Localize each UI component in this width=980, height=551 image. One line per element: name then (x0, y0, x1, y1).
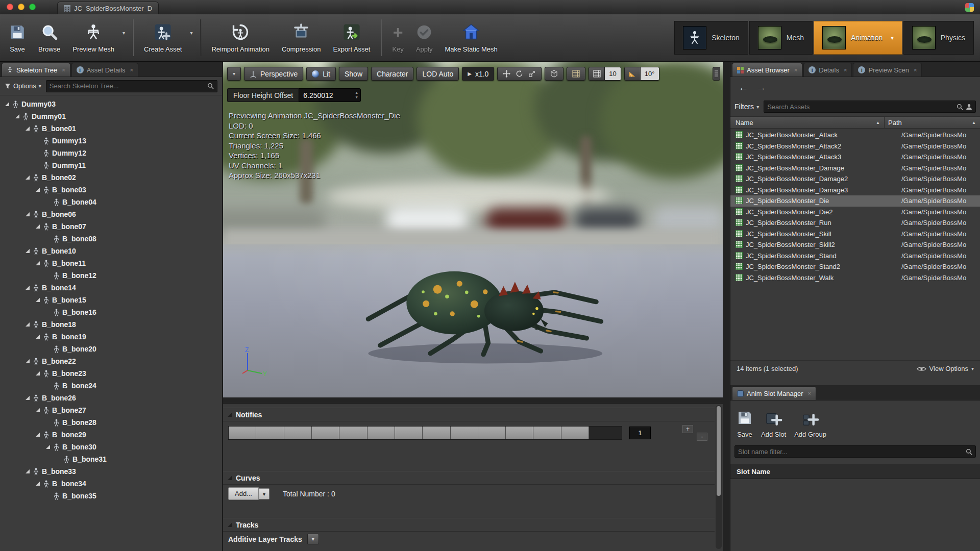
column-path[interactable]: Path ▲ (885, 117, 980, 128)
options-button[interactable]: Options ▾ (5, 82, 41, 90)
notify-track-segment[interactable] (284, 427, 312, 439)
expander-icon[interactable] (36, 408, 40, 412)
floor-height-offset-input[interactable] (299, 91, 347, 99)
spinner-arrows[interactable]: ▲ ▼ (355, 90, 358, 99)
tree-row[interactable]: B_bone22 (0, 355, 222, 367)
show-button[interactable]: Show (339, 67, 368, 81)
tree-row[interactable]: B_bone06 (0, 208, 222, 220)
view-options-button[interactable]: View Options ▾ (917, 365, 974, 372)
browse-button[interactable]: Browse (33, 18, 66, 60)
expander-icon[interactable] (26, 176, 30, 180)
close-button[interactable] (7, 4, 13, 10)
expander-icon[interactable] (46, 445, 50, 449)
expander-icon[interactable] (36, 188, 40, 192)
expander-icon[interactable] (5, 102, 9, 106)
tree-row[interactable]: Dummy11 (0, 159, 222, 171)
tree-row[interactable]: B_bone07 (0, 220, 222, 233)
add-curve-button[interactable]: Add... (228, 487, 259, 500)
asset-row[interactable]: JC_SpiderBossMonster_Die/Game/SpiderBoss… (730, 195, 980, 207)
tree-row[interactable]: B_bone27 (0, 404, 222, 416)
tree-row[interactable]: B_bone08 (0, 233, 222, 245)
tree-row[interactable]: B_bone30 (0, 441, 222, 453)
notify-track[interactable] (228, 426, 622, 440)
add-slot-button[interactable]: Add Slot (761, 408, 786, 438)
create-asset-dropdown[interactable]: ▾ (187, 30, 195, 36)
asset-row[interactable]: JC_SpiderBossMonster_Run/Game/SpiderBoss… (730, 217, 980, 229)
tab-asset-browser[interactable]: Asset Browser × (732, 63, 802, 77)
tree-row[interactable]: B_bone33 (0, 465, 222, 478)
tracks-header[interactable]: Tracks (223, 518, 715, 532)
perspective-button[interactable]: Perspective (244, 67, 303, 81)
animation-mode-dropdown[interactable]: ▾ (891, 35, 894, 41)
curves-header[interactable]: Curves (223, 471, 715, 485)
tree-row[interactable]: B_bone26 (0, 392, 222, 404)
notify-track-segment[interactable] (423, 427, 450, 439)
tree-row[interactable]: B_bone34 (0, 478, 222, 490)
asset-row[interactable]: JC_SpiderBossMonster_Skill/Game/SpiderBo… (730, 229, 980, 240)
tree-row[interactable]: B_bone18 (0, 318, 222, 331)
move-tool-icon[interactable] (503, 70, 510, 78)
remove-notify-track-button[interactable]: - (697, 433, 707, 441)
expander-icon[interactable] (26, 127, 30, 131)
close-icon[interactable]: × (808, 390, 811, 396)
column-name[interactable]: Name ▲ (730, 117, 885, 128)
asset-row[interactable]: JC_SpiderBossMonster_Damage3/Game/Spider… (730, 185, 980, 196)
expander-icon[interactable] (36, 224, 40, 229)
asset-row[interactable]: JC_SpiderBossMonster_Attack/Game/SpiderB… (730, 130, 980, 141)
expander-icon[interactable] (26, 396, 30, 400)
preview-mesh-button[interactable]: Preview Mesh (67, 18, 120, 54)
scrollbar-thumb[interactable] (717, 406, 721, 496)
saved-search-icon[interactable] (966, 104, 972, 110)
tree-row[interactable]: B_bone04 (0, 196, 222, 208)
expander-icon[interactable] (36, 335, 40, 339)
tab-details[interactable]: Details × (803, 63, 852, 77)
tab-asset-details[interactable]: Asset Details × (71, 63, 138, 77)
tree-row[interactable]: B_bone23 (0, 367, 222, 380)
notify-track-segment[interactable] (312, 427, 339, 439)
create-asset-button[interactable]: Create Asset (138, 18, 187, 54)
expander-icon[interactable] (36, 298, 40, 302)
expander-icon[interactable] (26, 322, 30, 327)
tree-row[interactable]: B_bone16 (0, 306, 222, 318)
notify-track-segment[interactable] (256, 427, 284, 439)
add-group-button[interactable]: Add Group (794, 408, 826, 438)
expander-icon[interactable] (36, 433, 40, 437)
tree-row[interactable]: Dummy12 (0, 147, 222, 159)
notifies-header[interactable]: Notifies (223, 408, 715, 421)
menu-bar-icon[interactable] (965, 3, 974, 12)
timeline-scrollbar[interactable] (716, 405, 722, 549)
expander-icon[interactable] (26, 286, 30, 290)
notify-track-segment[interactable] (451, 427, 478, 439)
expander-icon[interactable] (15, 114, 19, 118)
notify-track-count[interactable]: 1 (629, 427, 651, 439)
scale-tool-icon[interactable] (528, 70, 536, 78)
tree-row[interactable]: B_bone35 (0, 490, 222, 502)
add-curve-dropdown[interactable]: ▾ (259, 488, 270, 499)
tree-row[interactable]: B_bone19 (0, 331, 222, 343)
character-button[interactable]: Character (371, 67, 413, 81)
asset-row[interactable]: JC_SpiderBossMonster_Attack2/Game/Spider… (730, 141, 980, 152)
close-icon[interactable]: × (794, 67, 797, 73)
close-icon[interactable]: × (62, 67, 65, 73)
skeleton-tree-search-input[interactable] (50, 82, 205, 90)
grid-snap-control[interactable]: 10 (589, 67, 621, 81)
asset-row[interactable]: JC_SpiderBossMonster_Skill2/Game/SpiderB… (730, 239, 980, 251)
tab-anim-slot-manager[interactable]: Anim Slot Manager × (732, 386, 816, 400)
back-button[interactable]: ← (739, 82, 748, 93)
close-icon[interactable]: × (130, 67, 133, 73)
tree-row[interactable]: B_bone14 (0, 282, 222, 294)
additive-layer-dropdown[interactable]: ▾ (307, 534, 319, 544)
asset-row[interactable]: JC_SpiderBossMonster_Stand2/Game/SpiderB… (730, 261, 980, 272)
slot-save-button[interactable]: Save (737, 408, 753, 438)
asset-row[interactable]: JC_SpiderBossMonster_Attack3/Game/Spider… (730, 152, 980, 163)
filters-button[interactable]: Filters ▾ (734, 103, 759, 111)
preview-viewport[interactable]: ▾ Perspective Lit Show Character LOD Aut… (223, 62, 723, 397)
export-asset-button[interactable]: Export Asset (327, 18, 376, 60)
tree-row[interactable]: B_bone03 (0, 184, 222, 196)
mode-mesh[interactable]: Mesh (749, 21, 813, 55)
notify-track-segment[interactable] (533, 427, 561, 439)
compression-button[interactable]: Compression (276, 18, 327, 60)
expander-icon[interactable] (36, 261, 40, 265)
add-notify-track-button[interactable]: + (682, 425, 693, 433)
tree-row[interactable]: B_bone15 (0, 294, 222, 306)
